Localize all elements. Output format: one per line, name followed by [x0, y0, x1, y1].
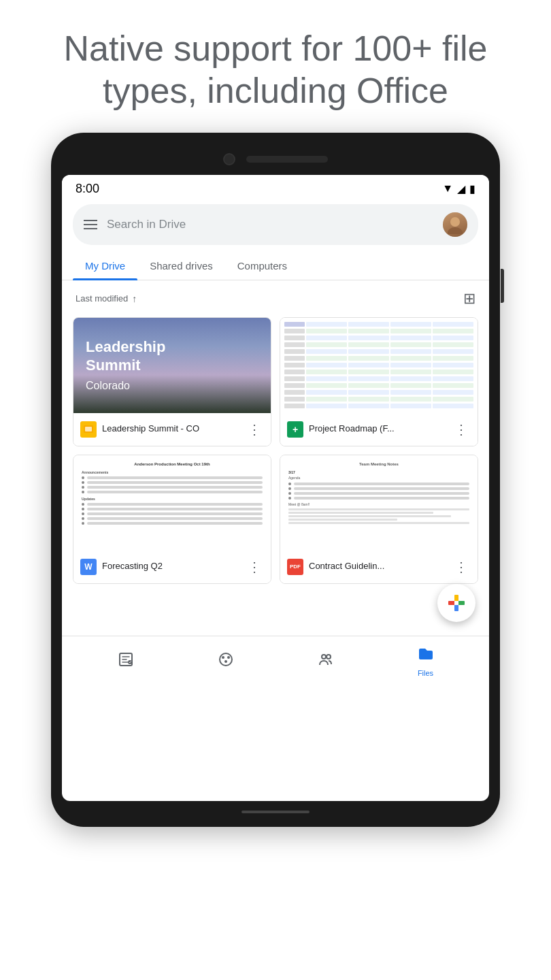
tab-my-drive[interactable]: My Drive: [73, 252, 137, 280]
thumbnail-notes: Team Meeting Notes 3/17 Agenda Meet @ 8a…: [280, 455, 478, 551]
tab-bar: My Drive Shared drives Computers: [62, 252, 489, 280]
files-nav-label: Files: [418, 669, 433, 677]
file-name-forecasting: Forecasting Q2: [102, 561, 239, 572]
phone-bottom: [62, 811, 489, 813]
avatar[interactable]: [443, 212, 467, 237]
file-thumbnail-leadership: LeadershipSummit Colorado: [73, 318, 271, 413]
docs-icon: W: [80, 559, 97, 575]
sort-button[interactable]: Last modified ↑: [76, 293, 137, 304]
signal-icon: ◢: [457, 182, 465, 195]
file-info-leadership: Leadership Summit - CO ⋮: [73, 413, 271, 446]
avatar-image: [443, 212, 467, 237]
file-card-roadmap[interactable]: + Project Roadmap (F... ⋮: [280, 317, 478, 446]
file-info-roadmap: + Project Roadmap (F... ⋮: [280, 413, 478, 446]
tab-shared-drives[interactable]: Shared drives: [137, 252, 225, 280]
suggested-icon: [118, 651, 134, 672]
thumbnail-leadership-bg: LeadershipSummit Colorado: [73, 318, 271, 413]
file-thumbnail-contract: Team Meeting Notes 3/17 Agenda Meet @ 8a…: [280, 455, 478, 551]
avatar-person-icon: [446, 215, 465, 234]
nav-files[interactable]: Files: [418, 646, 434, 677]
file-info-forecasting: W Forecasting Q2 ⋮: [73, 551, 271, 583]
svg-rect-8: [454, 601, 458, 605]
svg-rect-7: [454, 604, 458, 611]
svg-point-14: [224, 660, 227, 663]
svg-rect-3: [85, 427, 92, 431]
svg-rect-4: [448, 601, 455, 605]
phone-shell: 8:00 ▼ ◢ ▮ Search in Drive: [51, 133, 500, 827]
pdf-icon: PDF: [287, 559, 303, 575]
shared-icon: [318, 651, 334, 672]
view-toggle-icon[interactable]: ⊞: [463, 290, 475, 308]
svg-rect-6: [454, 595, 458, 602]
status-icons: ▼ ◢ ▮: [442, 182, 475, 195]
fab-button[interactable]: [437, 584, 475, 622]
hamburger-menu-icon[interactable]: [84, 220, 97, 229]
side-button: [501, 269, 504, 303]
svg-point-11: [220, 653, 232, 666]
nav-suggested[interactable]: [118, 651, 134, 672]
slides-icon: [80, 421, 97, 438]
tab-computers[interactable]: Computers: [225, 252, 299, 280]
file-more-leadership[interactable]: ⋮: [245, 420, 264, 439]
search-bar[interactable]: Search in Drive: [73, 204, 478, 245]
file-more-roadmap[interactable]: ⋮: [452, 420, 471, 439]
nav-shared[interactable]: [318, 651, 334, 672]
svg-point-1: [448, 227, 463, 234]
status-bar: 8:00 ▼ ◢ ▮: [62, 175, 489, 200]
headline-line2: types, including Office: [103, 71, 448, 110]
speaker: [246, 156, 328, 163]
wifi-icon: ▼: [442, 182, 453, 195]
file-name-roadmap: Project Roadmap (F...: [309, 423, 446, 435]
nav-recents[interactable]: [218, 651, 234, 672]
file-card-forecasting[interactable]: Anderson Production Meeting Oct 19th Ann…: [73, 455, 271, 584]
svg-rect-5: [458, 601, 465, 605]
sort-bar: Last modified ↑ ⊞: [62, 280, 489, 317]
file-more-contract[interactable]: ⋮: [452, 557, 471, 576]
svg-point-12: [222, 656, 224, 659]
camera: [223, 153, 235, 165]
svg-point-15: [322, 655, 326, 659]
phone-top: [62, 153, 489, 165]
recents-icon: [218, 651, 234, 672]
thumbnail-spreadsheet: [280, 318, 478, 413]
file-more-forecasting[interactable]: ⋮: [245, 557, 264, 576]
battery-icon: ▮: [469, 182, 475, 195]
svg-point-0: [450, 217, 460, 227]
svg-point-16: [327, 655, 331, 659]
search-input-placeholder[interactable]: Search in Drive: [107, 218, 433, 231]
file-info-contract: PDF Contract Guidelin... ⋮: [280, 551, 478, 583]
thumbnail-doc: Anderson Production Meeting Oct 19th Ann…: [73, 455, 271, 551]
file-grid: LeadershipSummit Colorado Leadership Sum…: [62, 317, 489, 595]
svg-point-13: [227, 656, 230, 659]
file-thumbnail-forecasting: Anderson Production Meeting Oct 19th Ann…: [73, 455, 271, 551]
file-name-leadership: Leadership Summit - CO: [102, 423, 239, 435]
home-bar: [241, 811, 310, 813]
phone-screen: 8:00 ▼ ◢ ▮ Search in Drive: [62, 175, 489, 801]
file-card-contract[interactable]: Team Meeting Notes 3/17 Agenda Meet @ 8a…: [280, 455, 478, 584]
sort-label-text: Last modified: [76, 293, 128, 304]
file-name-contract: Contract Guidelin...: [309, 561, 446, 572]
headline-line1: Native support for 100+ file: [64, 29, 488, 68]
page-headline: Native support for 100+ file types, incl…: [23, 0, 529, 133]
sort-arrow-icon: ↑: [132, 293, 137, 304]
thumbnail-title-main: LeadershipSummit: [86, 338, 165, 374]
sheets-icon: +: [287, 421, 303, 438]
fab-plus-icon: [448, 595, 465, 611]
file-card-leadership[interactable]: LeadershipSummit Colorado Leadership Sum…: [73, 317, 271, 446]
files-icon: [418, 646, 434, 666]
status-time: 8:00: [76, 182, 99, 196]
bottom-nav: Files: [62, 636, 489, 684]
thumbnail-title-sub: Colorado: [86, 380, 130, 392]
file-thumbnail-roadmap: [280, 318, 478, 413]
